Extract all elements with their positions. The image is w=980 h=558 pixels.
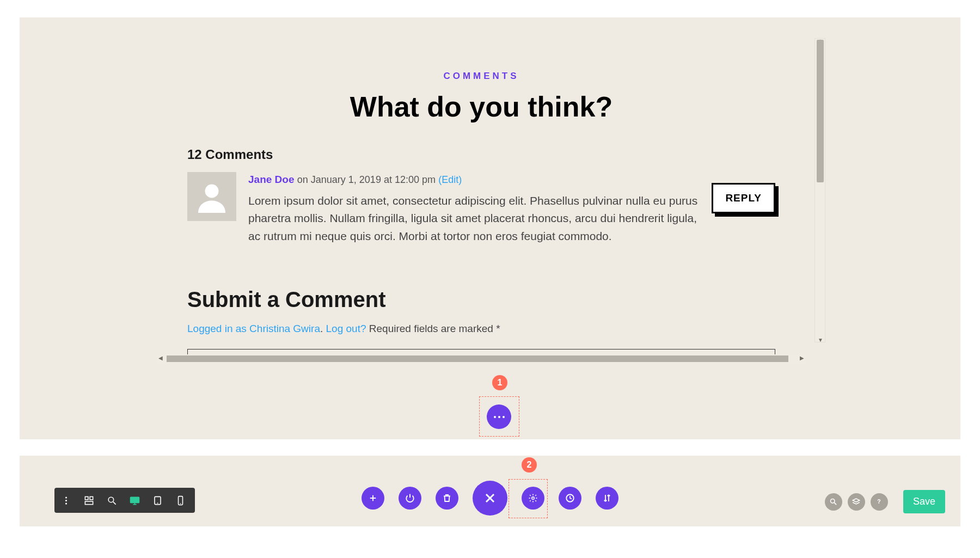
logout-link[interactable]: Log out? — [326, 323, 366, 334]
delete-button[interactable] — [436, 487, 458, 510]
svg-text:?: ? — [878, 498, 881, 505]
right-action-cluster: ? Save — [825, 490, 945, 513]
center-action-buttons — [362, 481, 618, 516]
module-more-button[interactable] — [487, 404, 511, 429]
edit-comment-link[interactable]: (Edit) — [438, 174, 462, 185]
power-button[interactable] — [399, 487, 421, 510]
comment-body: Lorem ipsum dolor sit amet, consectetur … — [248, 192, 701, 246]
svg-point-7 — [108, 497, 114, 502]
ellipsis-icon — [494, 416, 496, 418]
svg-point-1 — [65, 496, 66, 498]
editor-bottom-bar: ? Save — [20, 456, 960, 526]
scroll-down-arrow[interactable]: ▼ — [818, 337, 823, 343]
svg-point-2 — [65, 499, 66, 501]
logged-in-status: Logged in as Christina Gwira. Log out? R… — [187, 323, 806, 335]
scroll-right-arrow[interactable]: ▶ — [800, 355, 804, 361]
scroll-left-arrow[interactable]: ◀ — [158, 355, 163, 361]
help-button[interactable]: ? — [871, 493, 888, 511]
vertical-scrollbar-thumb[interactable] — [817, 40, 824, 182]
history-button[interactable] — [559, 487, 581, 510]
section-eyebrow: COMMENTS — [157, 71, 806, 82]
page-preview: COMMENTS What do you think? 12 Comments … — [157, 38, 806, 358]
annotation-badge-2: 2 — [522, 457, 537, 473]
svg-rect-5 — [90, 496, 93, 500]
wireframe-view-button[interactable] — [77, 488, 100, 513]
search-button[interactable] — [825, 493, 842, 511]
phone-view-button[interactable] — [169, 488, 192, 513]
svg-line-8 — [113, 501, 115, 504]
sort-button[interactable] — [596, 487, 618, 510]
annotation-highlight-2 — [509, 479, 548, 518]
svg-rect-9 — [130, 497, 139, 502]
close-button[interactable] — [473, 481, 507, 516]
comment-item: Jane Doe on January 1, 2019 at 12:00 pm … — [187, 172, 775, 245]
svg-rect-4 — [85, 496, 88, 500]
required-fields-note: Required fields are marked * — [366, 323, 500, 334]
section-heading: What do you think? — [157, 90, 806, 123]
comment-date: January 1, 2019 at 12:00 pm — [311, 174, 436, 185]
menu-button[interactable] — [54, 488, 77, 513]
svg-rect-6 — [85, 501, 93, 505]
horizontal-scrollbar[interactable]: ◀ ▶ — [157, 354, 806, 363]
submit-heading: Submit a Comment — [187, 287, 806, 312]
comment-author-link[interactable]: Jane Doe — [248, 174, 294, 185]
reply-button[interactable]: REPLY — [712, 183, 775, 213]
logged-in-user-link[interactable]: Logged in as Christina Gwira — [187, 323, 320, 334]
add-button[interactable] — [362, 487, 384, 510]
horizontal-scrollbar-thumb[interactable] — [167, 355, 788, 362]
svg-point-23 — [831, 499, 835, 504]
svg-point-3 — [65, 502, 66, 504]
period: . — [320, 323, 326, 334]
desktop-view-button[interactable] — [123, 488, 146, 513]
comment-content: Jane Doe on January 1, 2019 at 12:00 pm … — [248, 172, 701, 245]
svg-point-0 — [205, 185, 219, 198]
editor-canvas: COMMENTS What do you think? 12 Comments … — [20, 17, 960, 439]
svg-marker-25 — [853, 499, 860, 502]
save-button[interactable]: Save — [903, 490, 945, 513]
comment-meta: Jane Doe on January 1, 2019 at 12:00 pm … — [248, 172, 701, 188]
annotation-badge-1: 1 — [492, 375, 507, 390]
svg-line-24 — [835, 502, 837, 505]
tablet-view-button[interactable] — [146, 488, 169, 513]
layers-button[interactable] — [848, 493, 865, 511]
comments-count: 12 Comments — [187, 147, 806, 162]
vertical-scrollbar[interactable]: ▲ ▼ — [814, 38, 825, 342]
zoom-button[interactable] — [100, 488, 123, 513]
left-toolbar — [54, 488, 195, 513]
comment-date-prefix: on — [297, 174, 311, 185]
avatar — [187, 172, 236, 221]
